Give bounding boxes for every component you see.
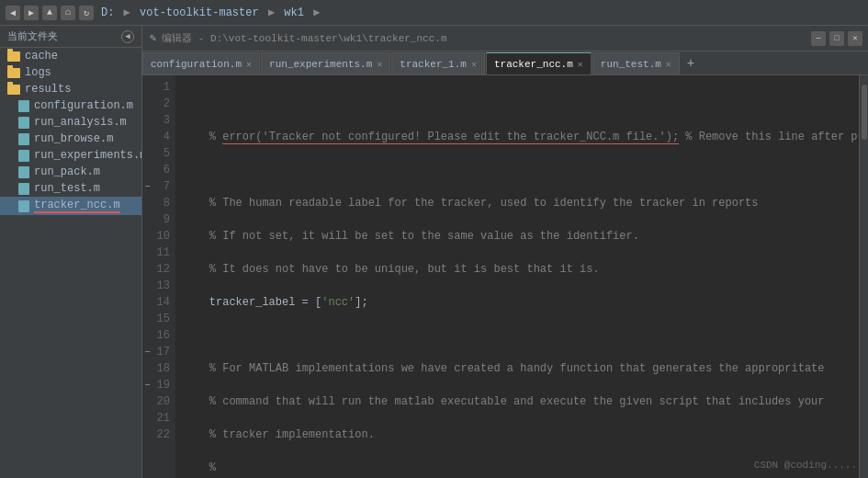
file-label-run-pack: run_pack.m: [34, 165, 100, 178]
line-numbers: 1 2 3 4 5 6 7 8 9 10 11 12 13 14 15 16 1…: [142, 75, 175, 478]
tab-add-button[interactable]: +: [681, 52, 701, 74]
tab-run-experiments[interactable]: run_experiments.m ✕: [261, 52, 390, 74]
code-line-11: % tracker implementation.: [183, 427, 859, 443]
ln-18: 18: [142, 360, 170, 377]
ln-9: 9: [142, 211, 170, 228]
refresh-button[interactable]: ↻: [79, 6, 94, 20]
back-button[interactable]: ◀: [6, 6, 20, 20]
sidebar-item-run-test[interactable]: run_test.m: [0, 180, 141, 197]
sidebar-header: 当前文件夹 ◀: [0, 26, 141, 48]
code-line-3: [183, 162, 859, 178]
ln-19: 19: [142, 377, 170, 393]
code-line-6: % It does not have to be unique, but it …: [183, 261, 859, 278]
folder-icon-results: [7, 85, 20, 95]
tab-close-tracker-1[interactable]: ✕: [471, 59, 477, 70]
code-line-1: [183, 96, 859, 112]
tab-tracker-1[interactable]: tracker_1.m ✕: [391, 52, 485, 74]
ln-6: 6: [142, 162, 170, 178]
folder-icon-logs: [7, 68, 20, 78]
file-icon-tracker-ncc: [18, 200, 29, 212]
tabs-bar: configuration.m ✕ run_experiments.m ✕ tr…: [142, 51, 868, 75]
sidebar-item-results[interactable]: results: [0, 81, 141, 97]
ln-13: 13: [142, 278, 170, 294]
code-scroll[interactable]: % error('Tracker not configured! Please …: [175, 75, 859, 478]
folder-label-results: results: [25, 83, 71, 96]
sidebar-item-logs[interactable]: logs: [0, 64, 141, 81]
code-line-10: % command that will run the matlab execu…: [183, 393, 859, 410]
file-label-tracker-ncc: tracker_ncc.m: [34, 199, 120, 213]
folder-icon-cache: [7, 51, 20, 62]
file-icon-run-analysis: [18, 117, 29, 129]
sidebar-item-cache[interactable]: cache: [0, 48, 141, 64]
sidebar: 当前文件夹 ◀ cache logs results configuration…: [0, 26, 142, 478]
ln-21: 21: [142, 410, 170, 427]
code-line-4: % The human readable label for the track…: [183, 195, 859, 211]
tab-close-configuration[interactable]: ✕: [246, 59, 252, 70]
ln-14: 14: [142, 294, 170, 311]
editor-pen-icon: ✎: [150, 31, 156, 45]
tab-label-tracker-1: tracker_1.m: [400, 59, 467, 70]
file-label-run-browse: run_browse.m: [34, 132, 113, 145]
file-label-run-experiments: run_experiments.m: [34, 149, 142, 162]
sidebar-item-run-browse[interactable]: run_browse.m: [0, 131, 141, 147]
ln-7: 7: [142, 178, 170, 195]
top-bar: ◀ ▶ ▲ ⌂ ↻ D: ▶ vot-toolkit-master ▶ wk1 …: [0, 0, 868, 26]
file-label-configuration: configuration.m: [34, 99, 133, 112]
ln-5: 5: [142, 145, 170, 162]
editor-header: ✎ 编辑器 - D:\vot-toolkit-master\wk1\tracke…: [142, 26, 868, 51]
editor-path-text: 编辑器 - D:\vot-toolkit-master\wk1\tracker_…: [162, 31, 446, 45]
tab-label-configuration: configuration.m: [151, 59, 242, 70]
tab-tracker-ncc[interactable]: tracker_ncc.m ✕: [486, 52, 592, 74]
sidebar-item-configuration[interactable]: configuration.m: [0, 97, 141, 114]
ln-8: 8: [142, 195, 170, 211]
close-editor-icon[interactable]: ✕: [848, 31, 862, 46]
tab-close-run-test[interactable]: ✕: [666, 59, 671, 70]
folder-label-cache: cache: [25, 50, 58, 63]
file-icon-run-pack: [18, 166, 29, 178]
up-button[interactable]: ▲: [42, 6, 57, 20]
ln-16: 16: [142, 327, 170, 344]
forward-button[interactable]: ▶: [24, 6, 39, 20]
sidebar-item-run-experiments[interactable]: run_experiments.m: [0, 147, 141, 164]
tab-label-tracker-ncc: tracker_ncc.m: [494, 59, 573, 70]
shrink-icon[interactable]: ─: [811, 31, 826, 46]
ln-1: 1: [142, 79, 170, 96]
tab-label-run-test: run_test.m: [601, 59, 661, 70]
tab-run-test[interactable]: run_test.m ✕: [592, 52, 680, 74]
code-line-7: tracker_label = ['ncc'];: [183, 294, 859, 311]
sidebar-item-run-pack[interactable]: run_pack.m: [0, 164, 141, 180]
tab-close-tracker-ncc[interactable]: ✕: [578, 59, 583, 70]
editor-header-icons: ─ □ ✕: [811, 31, 868, 46]
ln-17: 17: [142, 344, 170, 360]
ln-20: 20: [142, 393, 170, 410]
maximize-icon[interactable]: □: [829, 31, 844, 46]
ln-11: 11: [142, 245, 170, 261]
tab-close-run-experiments[interactable]: ✕: [377, 59, 382, 70]
watermark: CSDN @coding.....: [754, 460, 857, 471]
ln-10: 10: [142, 228, 170, 245]
tab-label-run-experiments: run_experiments.m: [269, 59, 372, 70]
vertical-scrollbar[interactable]: [859, 75, 868, 478]
sidebar-title: 当前文件夹: [7, 29, 58, 43]
sidebar-item-tracker-ncc[interactable]: tracker_ncc.m: [0, 197, 141, 215]
sidebar-toggle[interactable]: ◀: [121, 30, 134, 43]
file-icon-configuration: [18, 100, 29, 112]
ln-2: 2: [142, 96, 170, 112]
scrollbar-thumb[interactable]: [862, 85, 867, 140]
code-line-8: [183, 327, 859, 344]
file-icon-run-experiments: [18, 150, 29, 162]
sidebar-item-run-analysis[interactable]: run_analysis.m: [0, 114, 141, 131]
folder-label-logs: logs: [25, 66, 51, 79]
file-icon-run-test: [18, 183, 29, 195]
ln-15: 15: [142, 311, 170, 327]
main-layout: 当前文件夹 ◀ cache logs results configuration…: [0, 26, 868, 478]
ln-22: 22: [142, 427, 170, 443]
tab-configuration[interactable]: configuration.m ✕: [142, 52, 260, 74]
code-line-5: % If not set, it will be set to the same…: [183, 228, 859, 245]
file-label-run-analysis: run_analysis.m: [34, 116, 127, 129]
home-button[interactable]: ⌂: [61, 6, 75, 20]
breadcrumb: D: ▶ vot-toolkit-master ▶ wk1 ▶: [101, 6, 322, 19]
ln-12: 12: [142, 261, 170, 278]
code-line-2: % error('Tracker not configured! Please …: [183, 129, 859, 145]
code-line-9: % For MATLAB implementations we have cre…: [183, 360, 859, 377]
